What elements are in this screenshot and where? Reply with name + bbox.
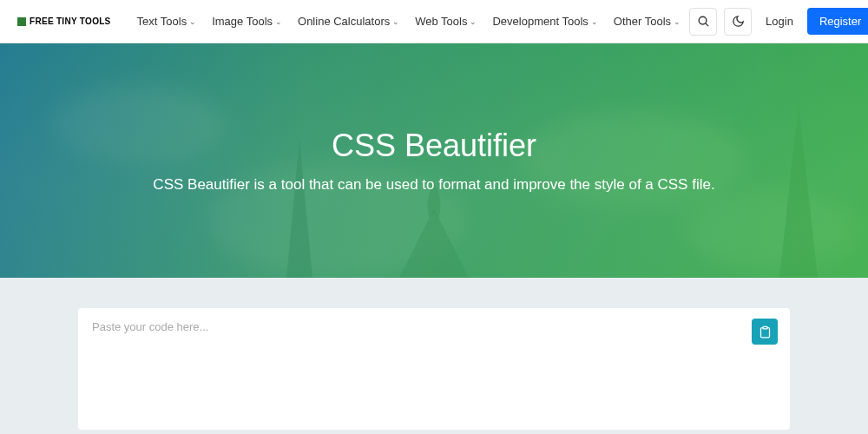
theme-toggle-button[interactable] bbox=[724, 8, 752, 36]
nav-text-tools[interactable]: Text Tools ⌄ bbox=[137, 15, 197, 28]
nav-label: Other Tools bbox=[614, 15, 671, 28]
brand-logo[interactable]: FREE TINY TOOLS bbox=[17, 16, 111, 26]
nav-right: Login Register bbox=[689, 8, 868, 36]
chevron-down-icon: ⌄ bbox=[470, 17, 477, 26]
register-button[interactable]: Register bbox=[807, 8, 868, 35]
nav-label: Image Tools bbox=[212, 15, 273, 28]
chevron-down-icon: ⌄ bbox=[189, 17, 196, 26]
brand-name: FREE TINY TOOLS bbox=[30, 16, 111, 26]
nav-label: Development Tools bbox=[492, 15, 588, 28]
nav-development-tools[interactable]: Development Tools ⌄ bbox=[492, 15, 597, 28]
clipboard-icon bbox=[759, 326, 772, 339]
moon-icon bbox=[732, 15, 745, 28]
login-link[interactable]: Login bbox=[759, 15, 800, 28]
chevron-down-icon: ⌄ bbox=[275, 17, 282, 26]
nav-label: Web Tools bbox=[415, 15, 467, 28]
svg-rect-5 bbox=[763, 326, 767, 329]
nav-label: Text Tools bbox=[137, 15, 187, 28]
nav-web-tools[interactable]: Web Tools ⌄ bbox=[415, 15, 477, 28]
nav-other-tools[interactable]: Other Tools ⌄ bbox=[614, 15, 681, 28]
chevron-down-icon: ⌄ bbox=[591, 17, 598, 26]
page-subtitle: CSS Beautifier is a tool that can be use… bbox=[153, 176, 714, 194]
search-button[interactable] bbox=[689, 8, 717, 36]
hero-section: CSS Beautifier CSS Beautifier is a tool … bbox=[0, 43, 868, 278]
page-title: CSS Beautifier bbox=[153, 128, 714, 164]
nav-items: Text Tools ⌄ Image Tools ⌄ Online Calcul… bbox=[137, 15, 681, 28]
nav-label: Online Calculators bbox=[298, 15, 390, 28]
code-input[interactable] bbox=[92, 320, 776, 418]
logo-mark-icon bbox=[17, 17, 26, 26]
navbar: FREE TINY TOOLS Text Tools ⌄ Image Tools… bbox=[0, 0, 868, 43]
chevron-down-icon: ⌄ bbox=[392, 17, 399, 26]
chevron-down-icon: ⌄ bbox=[674, 17, 681, 26]
paste-button[interactable] bbox=[752, 319, 778, 345]
search-icon bbox=[697, 15, 710, 28]
code-editor-card bbox=[78, 308, 790, 430]
svg-line-1 bbox=[705, 23, 707, 26]
nav-image-tools[interactable]: Image Tools ⌄ bbox=[212, 15, 282, 28]
nav-online-calculators[interactable]: Online Calculators ⌄ bbox=[298, 15, 399, 28]
content-section bbox=[0, 278, 868, 434]
hero-content: CSS Beautifier CSS Beautifier is a tool … bbox=[153, 128, 714, 194]
svg-point-0 bbox=[699, 16, 707, 24]
